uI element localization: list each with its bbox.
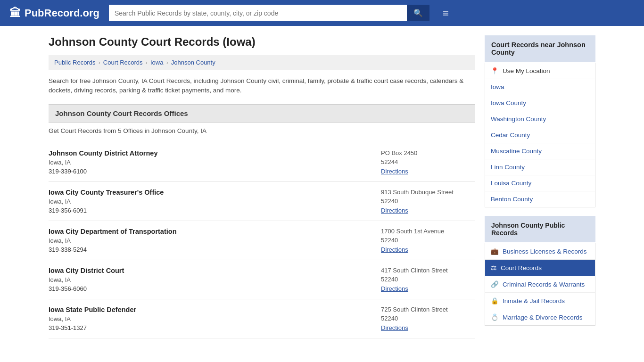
office-zip: 52240 — [381, 237, 475, 244]
public-record-label-2: Criminal Records & Warrants — [503, 281, 585, 288]
pin-icon: 📍 — [491, 67, 499, 74]
sidebar: Court Records near Johnson County 📍 Use … — [485, 35, 595, 338]
logo-text: PubRecord.org — [25, 7, 99, 19]
nearby-link-2[interactable]: Washington County — [485, 111, 595, 127]
nearby-header: Court Records near Johnson County — [485, 35, 595, 62]
office-phone: 319-356-6091 — [49, 207, 164, 214]
directions-link[interactable]: Directions — [381, 285, 408, 292]
directions-link[interactable]: Directions — [381, 324, 408, 331]
main-content: Johnson County Court Records (Iowa) Publ… — [49, 35, 475, 338]
public-record-item[interactable]: ⚖ Court Records — [485, 260, 595, 276]
office-location: Iowa, IA — [49, 198, 164, 205]
search-input[interactable] — [109, 5, 407, 21]
breadcrumb-public-records[interactable]: Public Records — [54, 59, 95, 66]
public-record-icon-1: ⚖ — [491, 264, 497, 272]
nearby-link-0[interactable]: Iowa — [485, 79, 595, 95]
office-right-4: 725 South Clinton Street 52240 Direction… — [381, 306, 475, 331]
nearby-link-7[interactable]: Benton County — [485, 191, 595, 207]
office-entry: Iowa City Department of Transportation I… — [49, 221, 475, 260]
office-entry: Iowa State Public Defender Iowa, IA 319-… — [49, 299, 475, 338]
menu-icon: ≡ — [443, 7, 449, 19]
public-record-item[interactable]: 🔗 Criminal Records & Warrants — [485, 276, 595, 293]
directions-link[interactable]: Directions — [381, 168, 408, 175]
office-phone: 319-351-1327 — [49, 324, 136, 331]
nearby-item[interactable]: Louisa County — [485, 175, 595, 191]
nearby-link-1[interactable]: Iowa County — [485, 95, 595, 111]
nearby-item[interactable]: Washington County — [485, 111, 595, 127]
public-record-link-0[interactable]: 💼 Business Licenses & Records — [485, 243, 595, 259]
search-button[interactable]: 🔍 — [407, 5, 429, 21]
use-location-link[interactable]: 📍 Use My Location — [485, 63, 595, 79]
search-icon: 🔍 — [413, 9, 423, 17]
breadcrumb: Public Records › Court Records › Iowa › … — [49, 55, 475, 70]
nearby-link-6[interactable]: Louisa County — [485, 175, 595, 191]
nearby-link-5[interactable]: Linn County — [485, 159, 595, 175]
public-record-icon-4: 💍 — [491, 313, 499, 321]
use-location-label: Use My Location — [503, 67, 550, 74]
directions-link[interactable]: Directions — [381, 246, 408, 253]
office-phone: 319-356-6060 — [49, 285, 124, 292]
office-name: Iowa City District Court — [49, 267, 124, 274]
public-record-item[interactable]: 💼 Business Licenses & Records — [485, 243, 595, 260]
office-right-1: 913 South Dubuque Street 52240 Direction… — [381, 189, 475, 214]
public-record-label-1: Court Records — [501, 264, 542, 272]
public-record-label-0: Business Licenses & Records — [503, 248, 587, 255]
logo-icon: 🏛 — [9, 7, 21, 20]
office-left-3: Iowa City District Court Iowa, IA 319-35… — [49, 267, 124, 292]
public-record-item[interactable]: 🔒 Inmate & Jail Records — [485, 293, 595, 309]
public-record-label-3: Inmate & Jail Records — [503, 297, 565, 304]
page-description: Search for free Johnson County, IA Court… — [49, 76, 475, 96]
office-name: Iowa State Public Defender — [49, 306, 136, 313]
nearby-link-4[interactable]: Muscatine County — [485, 143, 595, 159]
office-location: Iowa, IA — [49, 315, 136, 322]
office-address: 417 South Clinton Street — [381, 267, 475, 274]
directions-link[interactable]: Directions — [381, 207, 408, 214]
offices-count: Get Court Records from 5 Offices in John… — [49, 127, 475, 134]
breadcrumb-court-records[interactable]: Court Records — [103, 59, 143, 66]
office-entry: Iowa City District Court Iowa, IA 319-35… — [49, 260, 475, 299]
office-name: Iowa City Department of Transportation — [49, 228, 177, 235]
office-zip: 52240 — [381, 276, 475, 283]
nearby-link-3[interactable]: Cedar County — [485, 127, 595, 143]
breadcrumb-johnson-county[interactable]: Johnson County — [171, 59, 215, 66]
office-zip: 52240 — [381, 197, 475, 205]
public-record-link-2[interactable]: 🔗 Criminal Records & Warrants — [485, 276, 595, 292]
office-name: Iowa City County Treasurer's Office — [49, 189, 164, 196]
nearby-item[interactable]: Iowa — [485, 79, 595, 95]
main-container: Johnson County Court Records (Iowa) Publ… — [39, 26, 605, 348]
office-right-3: 417 South Clinton Street 52240 Direction… — [381, 267, 475, 292]
nearby-item[interactable]: Linn County — [485, 159, 595, 175]
office-location: Iowa, IA — [49, 276, 124, 283]
office-right-0: PO Box 2450 52244 Directions — [381, 149, 475, 175]
nearby-item[interactable]: Muscatine County — [485, 143, 595, 159]
offices-list: Johnson County District Attorney Iowa, I… — [49, 143, 475, 338]
office-left-4: Iowa State Public Defender Iowa, IA 319-… — [49, 306, 136, 331]
breadcrumb-sep-3: › — [166, 59, 168, 66]
nearby-item[interactable]: Benton County — [485, 191, 595, 207]
office-entry: Johnson County District Attorney Iowa, I… — [49, 143, 475, 182]
public-record-link-4[interactable]: 💍 Marriage & Divorce Records — [485, 309, 595, 325]
office-right-2: 1700 South 1st Avenue 52240 Directions — [381, 228, 475, 253]
nearby-list: 📍 Use My Location IowaIowa CountyWashing… — [485, 63, 595, 207]
public-record-label-4: Marriage & Divorce Records — [503, 314, 583, 321]
breadcrumb-sep-2: › — [146, 59, 148, 66]
public-records-list: 💼 Business Licenses & Records ⚖ Court Re… — [485, 243, 595, 326]
public-record-item[interactable]: 💍 Marriage & Divorce Records — [485, 309, 595, 325]
public-record-icon-2: 🔗 — [491, 280, 499, 288]
office-location: Iowa, IA — [49, 237, 177, 244]
nearby-item[interactable]: Cedar County — [485, 127, 595, 143]
office-zip: 52240 — [381, 315, 475, 322]
use-location-item[interactable]: 📍 Use My Location — [485, 63, 595, 79]
office-address: 913 South Dubuque Street — [381, 189, 475, 196]
office-zip: 52244 — [381, 158, 475, 165]
page-title: Johnson County Court Records (Iowa) — [49, 35, 475, 49]
search-area: 🔍 — [109, 5, 429, 21]
logo[interactable]: 🏛 PubRecord.org — [9, 7, 99, 20]
site-header: 🏛 PubRecord.org 🔍 ≡ — [0, 0, 644, 26]
offices-section-header: Johnson County Court Records Offices — [49, 104, 475, 123]
public-record-link-1[interactable]: ⚖ Court Records — [485, 260, 595, 276]
breadcrumb-iowa[interactable]: Iowa — [150, 59, 163, 66]
nearby-item[interactable]: Iowa County — [485, 95, 595, 111]
menu-button[interactable]: ≡ — [443, 7, 449, 19]
public-record-link-3[interactable]: 🔒 Inmate & Jail Records — [485, 293, 595, 309]
